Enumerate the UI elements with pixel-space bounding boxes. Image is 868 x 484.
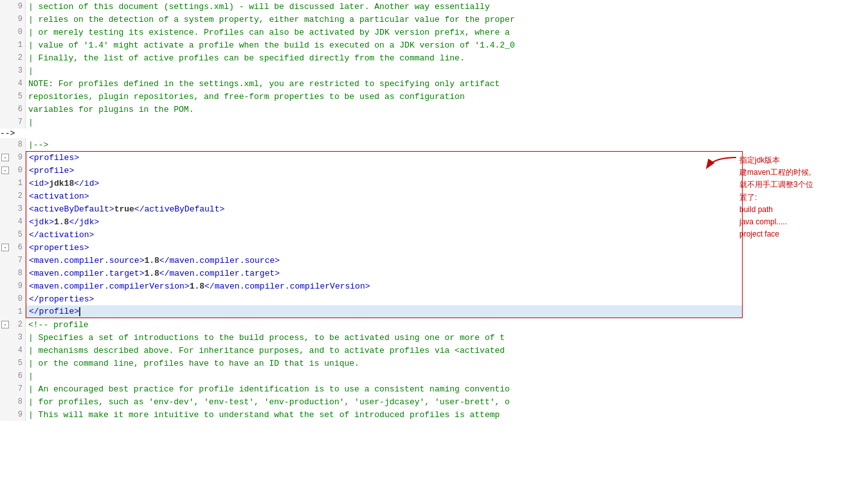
content-1: | section of this document (settings.xml… bbox=[26, 0, 743, 13]
gutter-16: 3 bbox=[0, 202, 26, 215]
line-num-19: 6 bbox=[18, 243, 23, 252]
line-num-21: 8 bbox=[18, 269, 23, 278]
content-4: | value of '1.4' might activate a profil… bbox=[26, 39, 743, 51]
line-num-30: 7 bbox=[18, 384, 23, 393]
line-num-6: 3 bbox=[18, 66, 23, 75]
line-num-7: 4 bbox=[18, 79, 23, 88]
code-line-8: 5 repositories, plugin repositories, and… bbox=[0, 90, 743, 103]
code-line-7: 4 NOTE: For profiles defined in the sett… bbox=[0, 77, 743, 90]
content-activation: <activation> bbox=[26, 190, 743, 202]
gutter-4: 1 bbox=[0, 39, 26, 51]
content-activebydefault: <activeByDefault>true</activeByDefault> bbox=[26, 202, 743, 215]
gutter-15: 2 bbox=[0, 190, 26, 202]
ann-line-3: 就不用手工调整3个位 bbox=[739, 179, 813, 191]
gutter-19: - 6 bbox=[0, 241, 26, 254]
line-num-17: 4 bbox=[18, 217, 23, 226]
content-29: | bbox=[26, 370, 743, 382]
code-line-11: 8 |--> bbox=[0, 138, 743, 151]
collapse-profile-btn[interactable]: - bbox=[1, 166, 9, 174]
gutter-31: 8 bbox=[0, 395, 26, 408]
collapse-comment2-btn[interactable]: - bbox=[1, 321, 9, 328]
content-3: | or merely testing its existence. Profi… bbox=[26, 26, 743, 39]
text-cursor bbox=[79, 307, 80, 316]
code-line-profile-close: 1 </profile> bbox=[0, 305, 743, 318]
collapse-properties-btn[interactable]: - bbox=[1, 244, 9, 251]
gutter-9: 6 bbox=[0, 103, 26, 116]
content-31: | for profiles, such as 'env-dev', 'env-… bbox=[26, 395, 743, 408]
content-5: | Finally, the list of active profiles c… bbox=[26, 51, 743, 64]
gutter-18: 5 bbox=[0, 228, 26, 241]
content-10: | bbox=[26, 116, 743, 129]
gutter-5: 2 bbox=[0, 51, 26, 64]
gutter-8: 5 bbox=[0, 90, 26, 103]
annotation-panel: 指定jdk版本 建maven工程的时候, 就不用手工调整3个位 置了: buil… bbox=[743, 0, 868, 484]
code-line-4: 1 | value of '1.4' might activate a prof… bbox=[0, 39, 743, 51]
line-num-1: 9 bbox=[18, 2, 23, 11]
gutter-29: 6 bbox=[0, 370, 26, 382]
code-line-profiles: - 9 <profiles> bbox=[0, 151, 743, 164]
line-num-16: 3 bbox=[18, 204, 23, 213]
gutter-3: 0 bbox=[0, 26, 26, 39]
code-line-profile-comment: - 2 <!-- profile bbox=[0, 318, 743, 331]
code-line-26: 3 | Specifies a set of introductions to … bbox=[0, 331, 743, 344]
gutter-11: 8 bbox=[0, 138, 26, 151]
content-profile-close: </profile> bbox=[26, 305, 743, 318]
content-properties: <properties> bbox=[26, 241, 743, 254]
line-num-31: 8 bbox=[18, 397, 23, 406]
content-27: | mechanisms described above. For inheri… bbox=[26, 344, 743, 357]
line-num-15: 2 bbox=[18, 192, 23, 201]
line-num-32: 9 bbox=[18, 410, 23, 419]
gutter-17: 4 bbox=[0, 215, 26, 228]
content-profile-comment: <!-- profile bbox=[26, 318, 743, 331]
line-num-27: 4 bbox=[18, 346, 23, 355]
annotation-group: 指定jdk版本 建maven工程的时候, 就不用手工调整3个位 置了: buil… bbox=[704, 154, 813, 240]
collapse-profiles-btn[interactable]: - bbox=[1, 154, 9, 161]
gutter-13: - 0 bbox=[0, 164, 26, 177]
content-compilerversion: <maven.compiler.compilerVersion>1.8</mav… bbox=[26, 280, 743, 292]
content-6: | bbox=[26, 64, 743, 77]
line-num-10: 7 bbox=[18, 118, 23, 127]
editor-container: 9 | section of this document (settings.x… bbox=[0, 0, 868, 484]
code-line-3: 0 | or merely testing its existence. Pro… bbox=[0, 26, 743, 39]
line-num-28: 5 bbox=[18, 359, 23, 368]
code-line-id: 1 <id>jdk18</id> bbox=[0, 177, 743, 190]
code-line-compilerversion: 9 <maven.compiler.compilerVersion>1.8</m… bbox=[0, 280, 743, 292]
code-editor: 9 | section of this document (settings.x… bbox=[0, 0, 743, 484]
line-num-23: 0 bbox=[18, 294, 23, 303]
line-num-24: 1 bbox=[18, 307, 23, 316]
gutter-12: - 9 bbox=[0, 151, 26, 164]
line-num-8: 5 bbox=[18, 92, 23, 101]
gutter-23: 0 bbox=[0, 292, 26, 305]
line-num-25: 2 bbox=[18, 320, 23, 329]
code-line-jdk: 4 <jdk>1.8</jdk> bbox=[0, 215, 743, 228]
content-properties-close: </properties> bbox=[26, 292, 743, 305]
line-num-11: 8 bbox=[18, 140, 23, 149]
content-activation-close: </activation> bbox=[26, 228, 743, 241]
line-num-3: 0 bbox=[18, 28, 23, 37]
gutter-1: 9 bbox=[0, 0, 26, 13]
ann-line-4: 置了: bbox=[739, 192, 813, 204]
gutter-27: 4 bbox=[0, 344, 26, 357]
code-line-target: 8 <maven.compiler.target>1.8</maven.comp… bbox=[0, 267, 743, 280]
line-num-9: 6 bbox=[18, 105, 23, 114]
code-line-properties-close: 0 </properties> bbox=[0, 292, 743, 305]
code-line-activebydefault: 3 <activeByDefault>true</activeByDefault… bbox=[0, 202, 743, 215]
line-num-20: 7 bbox=[18, 256, 23, 265]
line-num-22: 9 bbox=[18, 282, 23, 291]
line-num-5: 2 bbox=[18, 53, 23, 62]
code-line-2: 9 | relies on the detection of a system … bbox=[0, 13, 743, 26]
content-id: <id>jdk18</id> bbox=[26, 177, 743, 190]
code-line-6: 3 | bbox=[0, 64, 743, 77]
content-30: | An encouraged best practice for profil… bbox=[26, 382, 743, 395]
code-line-29: 6 | bbox=[0, 370, 743, 382]
gutter-26: 3 bbox=[0, 331, 26, 344]
ann-line-2: 建maven工程的时候, bbox=[739, 166, 813, 179]
content-jdk: <jdk>1.8</jdk> bbox=[26, 215, 743, 228]
line-num-18: 5 bbox=[18, 230, 23, 239]
line-num-26: 3 bbox=[18, 333, 23, 342]
code-line-10: 7 | bbox=[0, 116, 743, 129]
content-source: <maven.compiler.source>1.8</maven.compil… bbox=[26, 254, 743, 267]
code-line-9: 6 variables for plugins in the POM. bbox=[0, 103, 743, 116]
content-profiles: <profiles> bbox=[26, 151, 743, 164]
gutter-28: 5 bbox=[0, 357, 26, 370]
